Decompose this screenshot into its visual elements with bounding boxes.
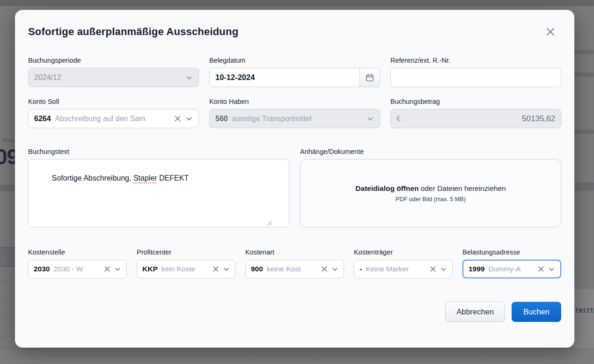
profitcenter-combobox[interactable]: KKP kein Koste <box>137 260 235 278</box>
kostentraeger-combobox[interactable]: - Keine Marker <box>354 260 453 278</box>
chevron-down-icon[interactable] <box>185 115 193 123</box>
buchungstext-value: DEFEKT <box>157 174 189 182</box>
submit-button[interactable]: Buchen <box>512 302 561 322</box>
referenz-input[interactable] <box>390 68 561 87</box>
buchungstext-misspelled-word: Stapler <box>133 174 157 182</box>
buchungsperiode-label: Buchungsperiode <box>28 57 199 64</box>
background-column-divider <box>487 349 487 364</box>
konto-soll-label: Konto Soll <box>28 98 199 105</box>
chevron-down-icon[interactable] <box>114 266 121 273</box>
close-icon[interactable] <box>545 27 556 37</box>
konto-haben-combobox: 560 sonstige Transportmittel <box>209 109 380 128</box>
buchungsperiode-value: 2024/12 <box>34 73 185 82</box>
background-column-divider <box>313 349 313 364</box>
dropzone-cta: Dateidialog öffnen oder Dateien hereinzi… <box>355 184 506 193</box>
background-topbar <box>0 0 594 6</box>
buchungsbetrag-field: € 50135,62 <box>390 109 561 128</box>
cancel-button[interactable]: Abbrechen <box>445 302 505 322</box>
kostenstelle-text: 2030 - W <box>53 265 100 273</box>
resize-handle-icon[interactable] <box>267 220 287 226</box>
kostenart-combobox[interactable]: 900 keine Kost <box>245 260 344 278</box>
chevron-down-icon[interactable] <box>223 266 230 273</box>
profitcenter-code: KKP <box>142 265 158 273</box>
kostentraeger-code: - <box>359 265 362 273</box>
belastungsadresse-label: Belastungsadresse <box>462 248 561 256</box>
buchungsbetrag-value: 50135,62 <box>522 114 555 124</box>
clear-icon[interactable] <box>104 266 110 272</box>
background-table-row-stripe <box>574 50 594 54</box>
clear-icon[interactable] <box>213 266 219 272</box>
buchungstext-textarea[interactable]: Sofortige Abschreibung, Stapler DEFEKT <box>28 159 289 227</box>
profitcenter-text: kein Koste <box>161 265 209 273</box>
background-table-row-stripe <box>574 73 594 77</box>
kostentraeger-text: Keine Marker <box>366 265 426 273</box>
clear-icon[interactable] <box>538 266 544 272</box>
currency-symbol: € <box>396 115 401 123</box>
kostenart-label: Kostenart <box>245 248 344 256</box>
chevron-down-icon <box>185 74 193 81</box>
background-row-divider <box>0 281 15 281</box>
dropzone-hint: PDF oder Bild (max. 5 MB) <box>396 196 465 203</box>
background-row-divider <box>0 337 15 337</box>
konto-soll-text: Abschreibung auf den Sam <box>55 115 170 123</box>
calendar-icon[interactable] <box>359 68 380 87</box>
chevron-down-icon[interactable] <box>440 266 447 273</box>
background-table-row-stripe <box>0 185 15 191</box>
kostenstelle-label: Kostenstelle <box>28 248 127 256</box>
chevron-down-icon[interactable] <box>548 266 555 273</box>
background-table-row-stripe <box>574 130 594 134</box>
kostenstelle-code: 2030 <box>34 265 50 273</box>
background-text-fragment-kost: kost <box>0 137 14 144</box>
anhaenge-label: Anhänge/Dokumente <box>300 148 561 155</box>
kostentraeger-label: Kostenträger <box>354 248 453 256</box>
background-table-header-band <box>0 247 15 267</box>
profitcenter-label: Profitcenter <box>137 248 235 256</box>
belegdatum-label: Belegdatum <box>209 57 380 64</box>
background-column-divider <box>248 349 249 364</box>
konto-haben-label: Konto Haben <box>209 98 380 105</box>
kostenart-text: keine Kost <box>267 265 317 273</box>
buchungsbetrag-label: Buchungsbetrag <box>390 98 561 105</box>
background-text-fragment-transportmittel: tmitt <box>575 306 594 314</box>
kostenstelle-combobox[interactable]: 2030 2030 - W <box>28 260 127 278</box>
chevron-down-icon[interactable] <box>331 266 338 273</box>
buchungstext-value: Sofortige Abschreibung, <box>52 174 133 182</box>
file-dropzone[interactable]: Dateidialog öffnen oder Dateien hereinzi… <box>300 159 561 227</box>
background-table-row-stripe <box>574 182 594 191</box>
dropzone-cta-rest: oder Dateien hereinziehen <box>419 184 506 192</box>
belastungsadresse-combobox[interactable]: 1999 Dummy-A <box>462 260 561 278</box>
clear-icon[interactable] <box>430 266 436 272</box>
background-row-divider <box>0 318 15 319</box>
buchungsperiode-select: 2024/12 <box>28 68 199 87</box>
background-table-cell <box>574 289 594 349</box>
konto-haben-code: 560 <box>215 115 228 123</box>
konto-soll-code: 6264 <box>34 115 51 123</box>
belastungsadresse-text: Dummy-A <box>488 265 534 273</box>
referenz-label: Referenz/ext. R.-Nr. <box>390 57 561 64</box>
kostenart-code: 900 <box>251 265 263 273</box>
background-row-divider <box>0 299 15 300</box>
clear-icon[interactable] <box>321 266 328 272</box>
background-row-divider <box>0 357 594 357</box>
konto-soll-combobox[interactable]: 6264 Abschreibung auf den Sam <box>28 109 199 128</box>
dropzone-cta-strong: Dateidialog öffnen <box>355 184 418 192</box>
dialog-title: Sofortige außerplanmäßige Ausscheidung <box>28 26 238 38</box>
buchungstext-label: Buchungstext <box>28 148 289 155</box>
belegdatum-input[interactable] <box>209 68 360 87</box>
chevron-down-icon <box>367 115 374 123</box>
clear-icon[interactable] <box>174 115 181 122</box>
konto-haben-text: sonstige Transportmittel <box>232 115 362 123</box>
booking-dialog: Sofortige außerplanmäßige Ausscheidung B… <box>15 10 574 348</box>
belastungsadresse-code: 1999 <box>469 265 484 273</box>
